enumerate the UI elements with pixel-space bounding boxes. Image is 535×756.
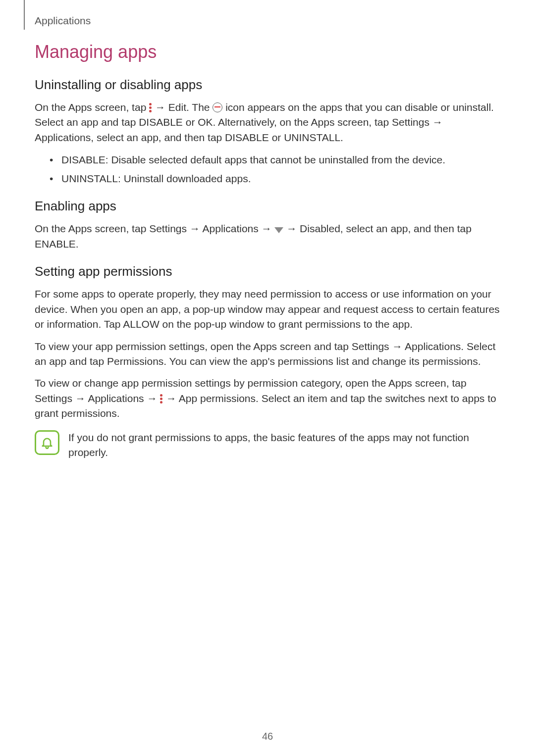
more-options-icon [149,103,152,112]
left-margin-rule [24,0,25,30]
manual-page: Applications Managing apps Uninstalling … [0,0,535,756]
para-permissions-1: For some apps to operate properly, they … [35,287,500,332]
para-uninstall: On the Apps screen, tap → Edit. The icon… [35,100,500,145]
text-fragment: → Edit. The [155,101,213,113]
dropdown-icon [274,227,283,233]
para-enable: On the Apps screen, tap Settings → Appli… [35,221,500,252]
para-permissions-2: To view your app permission settings, op… [35,339,500,369]
para-permissions-3: To view or change app permission setting… [35,376,500,421]
list-item: UNINSTALL: Uninstall downloaded apps. [50,171,500,187]
text-fragment: On the Apps screen, tap Settings → Appli… [35,223,274,234]
bullet-list-uninstall: DISABLE: Disable selected default apps t… [35,152,500,186]
page-title: Managing apps [35,42,500,62]
section-tag: Applications [35,15,500,27]
heading-uninstall: Uninstalling or disabling apps [35,77,500,93]
remove-circle-icon [213,102,222,112]
note-bell-icon [35,430,59,455]
note-callout: If you do not grant permissions to apps,… [35,430,500,460]
list-item: DISABLE: Disable selected default apps t… [50,152,500,168]
text-fragment: On the Apps screen, tap [35,101,149,113]
note-text: If you do not grant permissions to apps,… [68,430,500,460]
heading-permissions: Setting app permissions [35,264,500,279]
heading-enable: Enabling apps [35,199,500,214]
page-number: 46 [0,731,535,742]
more-options-icon [160,394,163,403]
